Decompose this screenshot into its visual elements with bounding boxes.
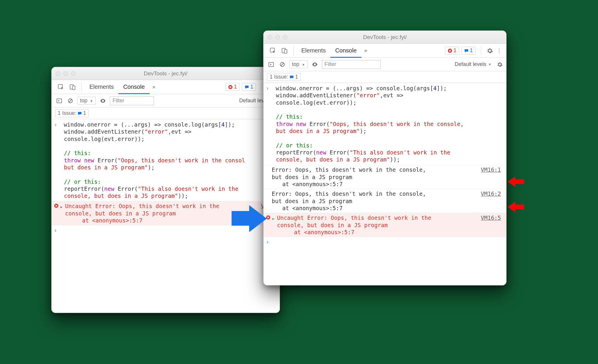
stack-line: at <anonymous>:5:7 (272, 205, 501, 212)
error-count-badge[interactable]: 1 (225, 83, 239, 91)
code-keyword: throw new (276, 121, 306, 127)
red-arrow-annotation (508, 176, 524, 187)
context-label: top (80, 98, 87, 104)
tab-elements[interactable]: Elements (297, 44, 330, 58)
console-log-row[interactable]: VM16:1 Error: Oops, this doesn't work in… (264, 165, 506, 189)
console-prompt[interactable]: › (264, 237, 506, 247)
code-string: "Oops, this doesn't work in the console, (329, 121, 464, 127)
code-text: window.onerror = (...args) => console.lo… (64, 121, 221, 128)
log-text: but does in a JS program (272, 174, 352, 180)
error-text: console, but does in a JS program (277, 222, 388, 228)
code-text: Error( (306, 121, 329, 127)
error-icon (448, 48, 452, 53)
code-text: console.log(evt.error)); (276, 99, 356, 106)
filter-input[interactable] (110, 96, 154, 105)
inspect-icon[interactable] (55, 82, 67, 92)
window-title: DevTools - jec.fyi/ (264, 34, 506, 40)
tab-console[interactable]: Console (118, 80, 149, 94)
code-string: console, but does in a JS program" (64, 193, 178, 199)
code-string: "This also doesn't work in the (138, 186, 238, 192)
log-text: Error: Oops, this doesn't work in the co… (272, 166, 426, 173)
code-string: "Oops, this doesn't work in the consol (118, 157, 245, 164)
console-log-row[interactable]: VM16:2 Error: Oops, this doesn't work in… (264, 189, 506, 213)
clear-console-icon[interactable] (278, 62, 286, 67)
stack-line: at <anonymous>:5:7 (272, 181, 501, 188)
console-toolbar: top Default levels (52, 94, 280, 108)
console-toolbar: top Default levels (264, 58, 506, 71)
minimize-dot[interactable] (63, 71, 68, 76)
traffic-lights (268, 35, 288, 40)
issues-bar: 1 Issue: 1 (52, 108, 280, 119)
code-text: console.log(evt.error)); (64, 136, 145, 142)
live-expression-icon[interactable] (99, 98, 107, 104)
device-toggle-icon[interactable] (67, 82, 79, 92)
source-link[interactable]: VM16:1 (481, 166, 501, 173)
code-text: )); (178, 193, 188, 199)
expand-caret-icon[interactable]: ▸ (60, 203, 63, 210)
error-icon (228, 85, 233, 89)
clear-console-icon[interactable] (66, 98, 74, 103)
more-vertical-icon[interactable]: ⋮ (496, 47, 503, 54)
log-text: but does in a JS program (272, 198, 352, 204)
code-text: ]); (437, 85, 447, 91)
zoom-dot[interactable] (71, 71, 76, 76)
message-icon (464, 48, 469, 53)
filter-input[interactable] (322, 60, 380, 69)
zoom-dot[interactable] (283, 35, 288, 40)
console-error-row[interactable]: ▸ VM16:5 Uncaught Error: Oops, this does… (264, 213, 506, 237)
code-text: ]); (225, 121, 235, 128)
code-text: window.addEventListener( (64, 128, 145, 135)
device-toggle-icon[interactable] (279, 46, 290, 56)
blue-arrow-annotation (232, 205, 267, 232)
show-console-icon[interactable] (267, 62, 275, 67)
message-count-badge[interactable]: 1 (242, 83, 256, 91)
expand-caret-icon[interactable]: ▸ (272, 215, 275, 222)
tab-strip: Elements Console » 1 1 ⋮ (264, 44, 506, 58)
issues-bar: 1 Issue: 1 (264, 71, 506, 83)
code-text: Error( (326, 149, 350, 156)
context-label: top (292, 61, 299, 67)
more-tabs-icon[interactable]: » (361, 46, 370, 56)
code-comment: // this: (64, 150, 91, 156)
gear-icon[interactable] (497, 62, 503, 67)
close-dot[interactable] (268, 35, 272, 40)
error-count-badge[interactable]: 1 (445, 47, 459, 55)
tab-elements[interactable]: Elements (85, 80, 118, 94)
window-titlebar: DevTools - jec.fyi/ (264, 31, 506, 44)
log-levels-selector[interactable]: Default levels (455, 61, 492, 67)
minimize-dot[interactable] (275, 35, 280, 40)
code-text: Error( (94, 157, 118, 164)
code-string: "This also doesn't work in the (350, 149, 450, 156)
code-text: Error( (114, 186, 138, 192)
inspect-icon[interactable] (267, 46, 279, 56)
source-link[interactable]: VM16:5 (481, 214, 501, 221)
tab-console[interactable]: Console (330, 44, 361, 58)
red-arrow-annotation (508, 202, 524, 212)
code-number: 4 (433, 85, 436, 91)
code-comment: // or this: (276, 142, 313, 149)
code-comment: // or this: (64, 178, 101, 185)
code-comment: // this: (276, 113, 303, 120)
code-string: "error" (356, 92, 380, 98)
message-count-badge[interactable]: 1 (461, 47, 475, 55)
code-text: ,evt => (380, 92, 403, 98)
issues-pill[interactable]: 1 Issue: 1 (267, 73, 301, 81)
code-string: console, but does in a JS program" (276, 156, 390, 163)
code-keyword: new (104, 186, 114, 192)
issues-pill[interactable]: 1 Issue: 1 (55, 109, 89, 117)
source-link[interactable]: VM16:2 (481, 190, 501, 197)
more-tabs-icon[interactable]: » (150, 82, 158, 92)
context-selector[interactable]: top (289, 60, 308, 68)
message-icon (289, 75, 294, 79)
code-text: window.onerror = (...args) => console.lo… (276, 85, 433, 91)
context-selector[interactable]: top (77, 97, 96, 105)
close-dot[interactable] (56, 71, 60, 76)
error-count: 1 (453, 47, 456, 54)
code-string: "error" (145, 128, 168, 135)
live-expression-icon[interactable] (311, 61, 319, 68)
show-console-icon[interactable] (55, 98, 63, 103)
message-icon (77, 111, 82, 116)
code-string: but does in a JS program" (276, 128, 360, 134)
svg-line-6 (69, 99, 72, 102)
gear-icon[interactable] (484, 46, 496, 56)
